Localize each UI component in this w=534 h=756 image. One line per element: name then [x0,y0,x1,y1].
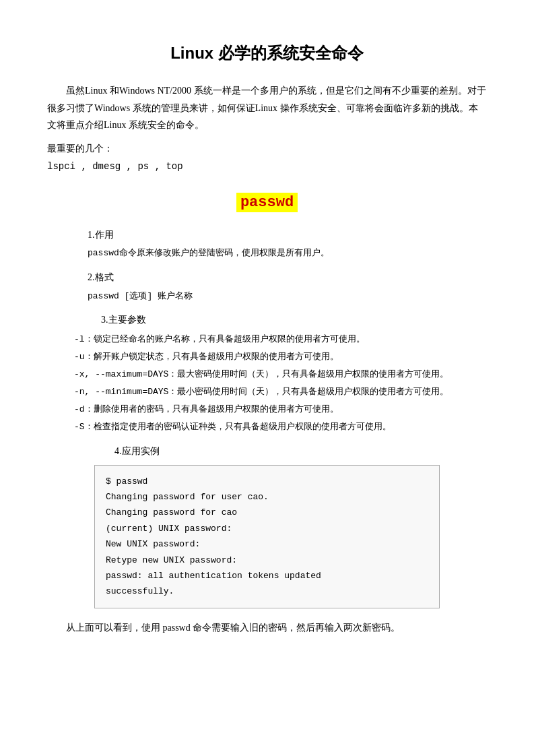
code-line: successfully. [106,584,428,599]
section2-heading: 2.格式 [88,270,487,285]
params-list: -l：锁定已经命名的账户名称，只有具备超级用户权限的使用者方可使用。 -u：解开… [47,332,487,435]
page-title: Linux 必学的系统安全命令 [47,40,487,66]
section1-content: passwd命令原来修改账户的登陆密码，使用权限是所有用户。 [88,247,487,261]
param-d: -d：删除使用者的密码，只有具备超级用户权限的使用者方可使用。 [74,402,487,417]
section4-heading: 4.应用实例 [114,444,487,459]
param-u: -u：解开账户锁定状态，只有具备超级用户权限的使用者方可使用。 [74,350,487,365]
section2-content: passwd [选项] 账户名称 [88,290,487,304]
important-label: 最重要的几个： [47,141,487,156]
section1-heading: 1.作用 [88,228,487,243]
param-n: -n, --minimum=DAYS：最小密码使用时间（天），只有具备超级用户权… [47,385,487,400]
code-line: New UNIX password: [106,536,428,552]
passwd-heading: passwd [47,191,487,214]
param-x: -x, --maximum=DAYS：最大密码使用时间（天），只有具备超级用户权… [47,367,487,382]
section3-heading: 3.主要参数 [101,313,487,327]
code-line: Changing password for cao [106,505,428,520]
code-line: $ passwd [106,474,428,489]
code-line: Changing password for user cao. [106,489,428,505]
code-line: (current) UNIX password: [106,521,428,536]
code-line: passwd: all authentication tokens update… [106,568,428,584]
intro-paragraph: 虽然Linux 和Windows NT/2000 系统一样是一个多用户的系统，但… [47,82,487,133]
command-list: lspci , dmesg , ps , top [47,159,487,174]
code-block: $ passwdChanging password for user cao.C… [94,465,440,608]
passwd-highlight-text: passwd [236,193,298,212]
summary-paragraph: 从上面可以看到，使用 passwd 命令需要输入旧的密码，然后再输入两次新密码。 [47,619,487,636]
param-l: -l：锁定已经命名的账户名称，只有具备超级用户权限的使用者方可使用。 [74,332,487,347]
code-line: Retype new UNIX password: [106,553,428,568]
param-s: -S：检查指定使用者的密码认证种类，只有具备超级用户权限的使用者方可使用。 [74,420,487,435]
